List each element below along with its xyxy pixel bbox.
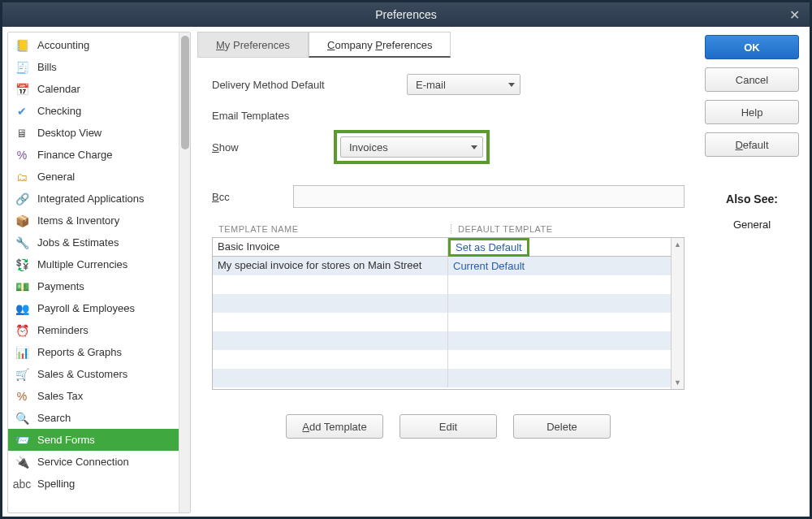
delivery-method-label: Delivery Method Default (212, 79, 342, 91)
show-highlight: Invoices (334, 130, 490, 164)
scroll-up-icon[interactable]: ▲ (672, 238, 684, 251)
dropdown-value: Invoices (349, 141, 388, 154)
sidebar-icon: 📅 (13, 81, 31, 97)
table-row (213, 294, 671, 313)
col-default-template: DEFAULT TEMPLATE (451, 224, 681, 234)
sidebar-icon: 🖥 (13, 125, 31, 141)
sidebar-item-reports-graphs[interactable]: 📊Reports & Graphs (8, 341, 179, 363)
form-area: Delivery Method Default E-mail Email Tem… (197, 58, 693, 443)
sidebar-item-label: Multiple Currencies (37, 258, 127, 270)
sidebar-item-desktop-view[interactable]: 🖥Desktop View (8, 122, 179, 144)
titlebar: Preferences ✕ (2, 2, 810, 27)
sidebar-item-sales-customers[interactable]: 🛒Sales & Customers (8, 363, 179, 385)
sidebar-icon: 📨 (13, 432, 31, 448)
sidebar-item-integrated-applications[interactable]: 🔗Integrated Applications (8, 188, 179, 210)
window-title: Preferences (375, 8, 436, 21)
table-row (213, 313, 671, 331)
sidebar-icon: 🧾 (13, 59, 31, 76)
cell-default-template (448, 294, 671, 313)
sidebar-item-payments[interactable]: 💵Payments (8, 275, 179, 297)
sidebar-item-label: Payments (37, 280, 84, 292)
sidebar-item-calendar[interactable]: 📅Calendar (8, 78, 179, 100)
help-button[interactable]: Help (705, 100, 799, 124)
delivery-method-dropdown[interactable]: E-mail (407, 74, 520, 95)
cell-template-name: My special invoice for stores on Main St… (213, 257, 448, 275)
sidebar-item-service-connection[interactable]: 🔌Service Connection (8, 451, 179, 473)
sidebar-item-label: Checking (37, 105, 81, 117)
table-row[interactable]: My special invoice for stores on Main St… (213, 257, 671, 275)
sidebar-item-bills[interactable]: 🧾Bills (8, 56, 179, 78)
chevron-down-icon (471, 145, 477, 149)
table-row (213, 275, 671, 294)
scrollbar-thumb[interactable] (181, 36, 189, 149)
sidebar-item-sales-tax[interactable]: %Sales Tax (8, 385, 179, 407)
cell-default-template (448, 331, 671, 350)
also-see-link[interactable]: General (726, 218, 778, 231)
cell-default-template[interactable]: Current Default (448, 257, 671, 275)
cancel-button[interactable]: Cancel (705, 67, 799, 92)
sidebar-item-accounting[interactable]: 📒Accounting (8, 34, 179, 56)
sidebar-scrollbar[interactable] (179, 32, 190, 513)
sidebar-item-reminders[interactable]: ⏰Reminders (8, 319, 179, 341)
default-button[interactable]: Default (705, 132, 799, 157)
sidebar-icon: ⏰ (13, 322, 31, 339)
right-button-column: OK Cancel Help Default Also See: General (699, 32, 805, 513)
cell-template-name (213, 313, 448, 331)
ok-button[interactable]: OK (705, 35, 799, 59)
sidebar-item-label: Items & Inventory (37, 214, 119, 227)
sidebar-item-send-forms[interactable]: 📨Send Forms (8, 429, 179, 451)
cell-default-template (448, 313, 671, 331)
cell-default-template (448, 369, 671, 387)
dropdown-value: E-mail (416, 79, 446, 91)
sidebar-item-checking[interactable]: ✔Checking (8, 100, 179, 122)
sidebar-item-spelling[interactable]: abcSpelling (8, 473, 179, 495)
sidebar-item-search[interactable]: 🔍Search (8, 407, 179, 429)
sidebar-icon: 💵 (13, 279, 31, 295)
sidebar-item-general[interactable]: 🗂General (8, 166, 179, 188)
table-row (213, 369, 671, 387)
sidebar-item-multiple-currencies[interactable]: 💱Multiple Currencies (8, 253, 179, 275)
bcc-input[interactable] (293, 185, 685, 208)
sidebar-item-label: Finance Charge (37, 149, 113, 161)
edit-button[interactable]: Edit (400, 414, 497, 439)
tab-label: y Preferences (225, 39, 290, 51)
cell-default-template[interactable]: Set as Default (448, 238, 671, 256)
scroll-down-icon[interactable]: ▼ (672, 376, 684, 389)
sidebar-item-payroll-employees[interactable]: 👥Payroll & Employees (8, 297, 179, 319)
sidebar-item-jobs-estimates[interactable]: 🔧Jobs & Estimates (8, 231, 179, 253)
sidebar-icon: abc (13, 476, 31, 492)
sidebar-icon: 🔍 (13, 410, 31, 426)
table-row (213, 331, 671, 350)
sidebar-item-label: Search (37, 412, 71, 424)
also-see-title: Also See: (726, 192, 778, 205)
cell-template-name (213, 369, 448, 387)
sidebar-icon: 🗂 (13, 169, 31, 185)
sidebar-item-label: Bills (37, 61, 57, 73)
tab-company-preferences[interactable]: Company Preferences (309, 32, 451, 58)
cell-template-name (213, 350, 448, 369)
table-scrollbar[interactable]: ▲ ▼ (671, 238, 684, 389)
cell-template-name (213, 331, 448, 350)
add-template-button[interactable]: Add Template (286, 414, 383, 439)
sidebar-icon: 📒 (13, 37, 31, 54)
table-row[interactable]: Basic InvoiceSet as Default (213, 238, 671, 257)
sidebar-item-finance-charge[interactable]: %Finance Charge (8, 144, 179, 166)
sidebar-icon: % (13, 388, 31, 404)
sidebar-item-label: Send Forms (37, 434, 95, 446)
email-templates-label: Email Templates (212, 110, 342, 122)
sidebar-item-items-inventory[interactable]: 📦Items & Inventory (8, 210, 179, 231)
show-label: Show (212, 141, 334, 154)
cell-default-template (448, 350, 671, 369)
tab-my-preferences[interactable]: My Preferences (197, 32, 309, 58)
close-icon[interactable]: ✕ (789, 7, 800, 23)
cell-default-template (448, 275, 671, 294)
sidebar-icon: 👥 (13, 301, 31, 317)
sidebar: 📒Accounting🧾Bills📅Calendar✔Checking🖥Desk… (7, 32, 191, 513)
sidebar-item-label: Accounting (37, 39, 89, 51)
sidebar-item-label: General (37, 171, 75, 183)
sidebar-icon: 📦 (13, 213, 31, 229)
sidebar-item-label: Calendar (37, 83, 80, 95)
show-dropdown[interactable]: Invoices (340, 136, 483, 158)
cell-template-name (213, 294, 448, 313)
delete-button[interactable]: Delete (513, 414, 611, 439)
